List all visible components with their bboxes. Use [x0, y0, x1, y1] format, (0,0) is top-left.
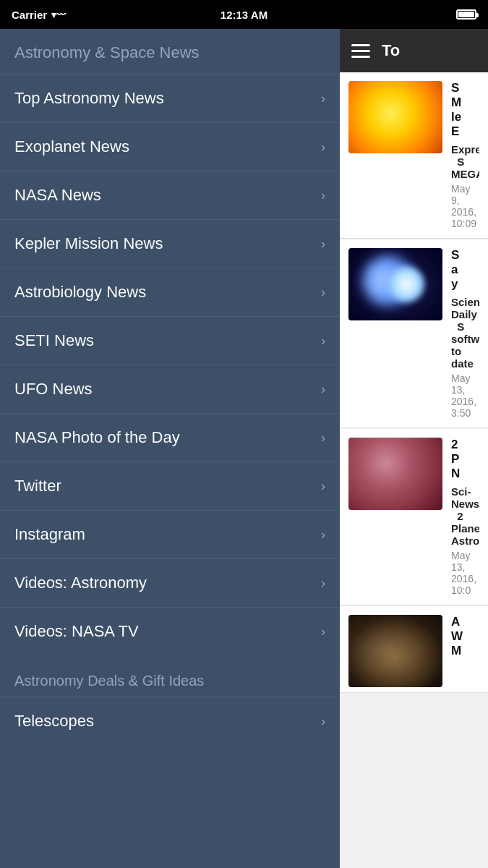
- news-date-2: May 13, 2016, 3:50: [451, 373, 479, 419]
- sidebar-item-label: Top Astronomy News: [14, 89, 164, 108]
- news-line-p: P: [451, 452, 479, 467]
- sidebar-item-exoplanet[interactable]: Exoplanet News ›: [0, 122, 340, 171]
- news-title-s: S: [451, 248, 479, 263]
- sidebar-item-ufo[interactable]: UFO News ›: [0, 365, 340, 413]
- stars-thumbnail: [348, 248, 442, 320]
- app-title: Astronomy & Space News: [0, 29, 340, 74]
- sidebar-item-label: NASA News: [14, 186, 101, 205]
- news-line-n: N: [451, 467, 479, 481]
- sidebar-item-twitter[interactable]: Twitter ›: [0, 461, 340, 510]
- chevron-icon: ›: [321, 714, 325, 729]
- news-thumb-1: [348, 81, 442, 153]
- sidebar-item-label: Videos: Astronomy: [14, 574, 147, 592]
- sidebar-item-label: SETI News: [14, 331, 94, 350]
- sidebar-item-nasa[interactable]: NASA News ›: [0, 171, 340, 219]
- sidebar-item-instagram[interactable]: Instagram ›: [0, 510, 340, 558]
- news-line-y: y: [451, 277, 479, 292]
- chevron-icon: ›: [321, 479, 325, 494]
- chevron-icon: ›: [321, 285, 325, 300]
- news-list: S M le E Express.co.uk S MEGASTRUCTUR Ma…: [340, 72, 488, 868]
- news-line3: le: [451, 110, 479, 124]
- news-megastructure: MEGASTRUCTUR: [451, 168, 479, 180]
- sidebar-item-label: NASA Photo of the Day: [14, 428, 180, 447]
- news-subtitle-fragment: M: [451, 95, 479, 110]
- sidebar-item-label: Kepler Mission News: [14, 234, 163, 253]
- sidebar-item-top-astronomy[interactable]: Top Astronomy News ›: [0, 74, 340, 122]
- chevron-icon: ›: [321, 430, 325, 446]
- sidebar-item-videos-nasa-tv[interactable]: Videos: NASA TV ›: [0, 607, 340, 655]
- sidebar-item-telescopes[interactable]: Telescopes ›: [0, 697, 340, 745]
- sidebar-item-label: Videos: NASA TV: [14, 622, 139, 641]
- chevron-icon: ›: [321, 91, 325, 106]
- news-content-3: 2 P N Sci-News.com 2 Planet, Astronom Ma…: [451, 438, 479, 596]
- news-item-1[interactable]: S M le E Express.co.uk S MEGASTRUCTUR Ma…: [340, 72, 488, 239]
- chevron-icon: ›: [321, 576, 325, 591]
- sidebar-item-label: UFO News: [14, 380, 93, 399]
- news-item-4[interactable]: A W M: [340, 606, 488, 693]
- main-layout: Astronomy & Space News Top Astronomy New…: [0, 29, 488, 868]
- sidebar-item-label: Astrobiology News: [14, 283, 146, 302]
- news-item-2[interactable]: S a y Science Daily S software to date M…: [340, 239, 488, 428]
- chevron-icon: ›: [321, 140, 325, 155]
- news-source: Express.co.uk S: [451, 143, 479, 168]
- sidebar-item-astrobiology[interactable]: Astrobiology News ›: [0, 268, 340, 316]
- news-line-m: M: [451, 644, 479, 658]
- news-planet: Planet, Astronom: [451, 522, 479, 547]
- news-date-3: May 13, 2016, 10:0: [451, 550, 479, 596]
- news-content-1: S M le E Express.co.uk S MEGASTRUCTUR Ma…: [451, 81, 479, 229]
- news-source-3: Sci-News.com 2: [451, 485, 479, 522]
- planet-thumbnail: [348, 438, 442, 510]
- deals-section-header: Astronomy Deals & Gift Ideas: [0, 655, 340, 697]
- clock: 12:13 AM: [221, 9, 267, 21]
- news-thumb-3: [348, 438, 442, 510]
- status-right: [456, 9, 476, 20]
- sidebar-item-label: Twitter: [14, 477, 61, 495]
- chevron-icon: ›: [321, 188, 325, 203]
- chevron-icon: ›: [321, 527, 325, 542]
- wifi-icon: ▾〰: [51, 9, 66, 20]
- sun-thumbnail: [348, 81, 442, 153]
- battery-icon: [456, 9, 476, 20]
- carrier-label: Carrier: [12, 9, 47, 21]
- chevron-icon: ›: [321, 237, 325, 252]
- sidebar-item-label: Exoplanet News: [14, 137, 129, 156]
- news-content-4: A W M: [451, 615, 479, 684]
- news-content-2: S a y Science Daily S software to date M…: [451, 248, 479, 419]
- news-source-2: Science Daily S: [451, 296, 479, 333]
- news-software: software to date: [451, 333, 479, 370]
- news-line-a: a: [451, 263, 479, 277]
- news-title-2: 2: [451, 438, 479, 452]
- sidebar-item-label: Telescopes: [14, 712, 94, 731]
- status-left: Carrier ▾〰: [12, 9, 66, 21]
- news-date-1: May 9, 2016, 10:09: [451, 183, 479, 229]
- news-item-3[interactable]: 2 P N Sci-News.com 2 Planet, Astronom Ma…: [340, 429, 488, 605]
- news-title-fragment: S: [451, 81, 479, 95]
- news-title-a: A: [451, 615, 479, 629]
- panel-title: To: [382, 41, 400, 60]
- status-bar: Carrier ▾〰 12:13 AM: [0, 0, 488, 29]
- news-thumb-4: [348, 615, 442, 687]
- sidebar-item-kepler[interactable]: Kepler Mission News ›: [0, 219, 340, 268]
- right-header: To: [340, 29, 488, 72]
- galaxy-thumbnail: [348, 615, 442, 687]
- news-line-w: W: [451, 629, 479, 644]
- right-panel: To S M le E Express.co.uk S MEGASTRUCTUR…: [340, 29, 488, 868]
- sidebar-item-seti[interactable]: SETI News ›: [0, 316, 340, 365]
- chevron-icon: ›: [321, 382, 325, 397]
- sidebar-item-videos-astronomy[interactable]: Videos: Astronomy ›: [0, 558, 340, 607]
- sidebar-item-nasa-photo[interactable]: NASA Photo of the Day ›: [0, 413, 340, 461]
- news-line4: E: [451, 124, 479, 139]
- chevron-icon: ›: [321, 333, 325, 349]
- sidebar-item-label: Instagram: [14, 525, 85, 544]
- chevron-icon: ›: [321, 624, 325, 639]
- hamburger-button[interactable]: [351, 44, 370, 58]
- news-thumb-2: [348, 248, 442, 320]
- sidebar: Astronomy & Space News Top Astronomy New…: [0, 29, 340, 868]
